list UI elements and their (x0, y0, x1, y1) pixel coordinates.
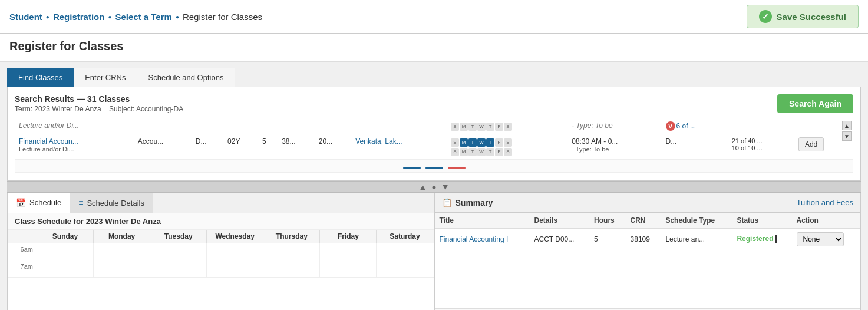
summary-footer: Total Hours | Registered: 17 | Billing: … (435, 308, 861, 311)
day-S2-t: S (504, 138, 512, 147)
class-name-faded: Lecture and/or Di... (19, 121, 79, 130)
day-T: T (468, 123, 477, 131)
scroll-up-arrow[interactable]: ▲ (842, 121, 852, 130)
day-saturday: Saturday (377, 230, 433, 243)
day-grid-faded: S M T W T F S (451, 123, 512, 131)
cursor-indicator (775, 235, 777, 243)
calendar-icon: 📅 (16, 198, 26, 207)
resize-dot: ● (431, 182, 436, 192)
class-link[interactable]: Financial Accoun... (19, 137, 78, 146)
cell-class-name-main: Financial Accoun... Lecture and/or Di... (15, 134, 134, 160)
cell-count (728, 118, 795, 134)
breadcrumb: Student ● Registration ● Select a Term ●… (9, 12, 262, 22)
day-grid-main: S M T W T F S S (451, 138, 512, 156)
search-again-button[interactable]: Search Again (777, 94, 853, 113)
summary-cell-hours: 5 (589, 228, 625, 250)
results-table-wrapper[interactable]: Lecture and/or Di... (15, 118, 853, 173)
time-row-6am: 6am (8, 243, 434, 260)
day-M-b: M (460, 148, 468, 156)
summary-table-row: Financial Accounting I ACCT D00... 5 381… (435, 228, 861, 250)
search-term-info: Term: 2023 Winter De Anza Subject: Accou… (15, 105, 183, 113)
cell-credits-main: 5 (259, 134, 278, 160)
tab-find-classes[interactable]: Find Classes (7, 68, 74, 87)
check-icon: ✓ (759, 10, 772, 23)
page-title: Register for Classes (9, 39, 859, 53)
tab-schedule-options[interactable]: Schedule and Options (137, 68, 235, 87)
day-M-t: M (460, 138, 468, 147)
schedule-body[interactable]: 6am 7am (8, 243, 434, 311)
slot-sun-6 (37, 243, 94, 260)
v-letter: V (666, 121, 675, 131)
slot-tue-6 (150, 243, 207, 260)
count-2: 10 of 10 ... (732, 144, 791, 151)
status-badge: Registered (737, 235, 773, 243)
results-table-container: Lecture and/or Di... (15, 118, 853, 173)
col-details: Details (529, 213, 589, 229)
summary-cell-sched-type: Lecture an... (661, 228, 732, 250)
cell-credits (259, 118, 278, 134)
schedule-details-tab-label: Schedule Details (87, 199, 144, 207)
search-results-info: Search Results — 31 Classes Term: 2023 W… (15, 94, 183, 113)
scroll-down-arrow[interactable]: ▼ (842, 131, 852, 141)
instructor-link[interactable]: Venkata, Lak... (355, 137, 402, 146)
summary-panel-header: 📋 Summary Tuition and Fees (435, 193, 861, 213)
summary-icon: 📋 (442, 198, 452, 207)
col-hours: Hours (589, 213, 625, 229)
resize-bar[interactable]: ▲ ● ▼ (7, 181, 861, 193)
day-F: F (495, 123, 503, 131)
cell-campus-main: D... (192, 134, 224, 160)
col-action: Action (792, 213, 860, 229)
time-row-2: - Type: To be (572, 146, 658, 153)
day-monday: Monday (94, 230, 150, 243)
schedule-tab-bar: 📅 Schedule ≡ Schedule Details (8, 193, 434, 213)
summary-table-wrapper[interactable]: Title Details Hours CRN Schedule Type St… (435, 213, 861, 308)
tab-schedule[interactable]: 📅 Schedule (8, 193, 70, 213)
day-S2: S (504, 123, 512, 131)
cell-crn (278, 118, 315, 134)
action-select[interactable]: None Drop (797, 232, 844, 246)
page-title-bar: Register for Classes (0, 34, 868, 62)
col-crn: CRN (626, 213, 661, 229)
tuition-fees-link[interactable]: Tuition and Fees (797, 198, 853, 207)
save-success-banner: ✓ Save Successful (747, 5, 859, 28)
day-S-b: S (451, 148, 459, 156)
tab-schedule-details[interactable]: ≡ Schedule Details (70, 193, 153, 213)
summary-table-header-row: Title Details Hours CRN Schedule Type St… (435, 213, 861, 229)
cell-section-main: 02Y (224, 134, 259, 160)
day-T2: T (486, 123, 494, 131)
breadcrumb-sep-2: ● (108, 14, 111, 20)
cell-type: - Type: To be (568, 118, 662, 134)
cell-campus (192, 118, 224, 134)
breadcrumb-registration[interactable]: Registration (53, 12, 105, 22)
count-faded: 6 of ... (676, 122, 696, 130)
cell-days: S M T W T F S (447, 118, 568, 134)
breadcrumb-select-term[interactable]: Select a Term (115, 12, 171, 22)
search-panel: Search Results — 31 Classes Term: 2023 W… (7, 87, 861, 181)
day-S-t: S (451, 138, 459, 147)
cell-location-main: D... (662, 134, 728, 160)
slot-sat-6 (377, 243, 433, 260)
day-S: S (451, 123, 459, 131)
add-button[interactable]: Add (798, 137, 824, 151)
summary-cell-action: None Drop (792, 228, 860, 250)
schedule-tab-label: Schedule (29, 198, 61, 207)
col-status: Status (732, 213, 791, 229)
slot-sun-7 (37, 260, 94, 277)
cell-instructor-main: Venkata, Lak... (352, 134, 447, 160)
breadcrumb-sep-3: ● (176, 14, 179, 20)
summary-class-link[interactable]: Financial Accounting I (440, 235, 509, 243)
cell-subject-main: Accou... (134, 134, 192, 160)
schedule-grid-header: Sunday Monday Tuesday Wednesday Thursday… (8, 230, 434, 243)
time-row-7am: 7am (8, 260, 434, 278)
day-F-t: F (495, 138, 503, 147)
col-title: Title (435, 213, 530, 229)
cell-section (224, 118, 259, 134)
day-row-bot: S M T W T F S (451, 148, 512, 156)
day-F-b: F (495, 148, 503, 156)
cell-instructor (352, 118, 447, 134)
tab-enter-crns[interactable]: Enter CRNs (74, 68, 137, 87)
breadcrumb-student[interactable]: Student (9, 12, 42, 22)
scroll-arrows: ▲ ▼ (842, 121, 852, 141)
day-T-b: T (468, 148, 477, 156)
slot-fri-7 (320, 260, 377, 277)
